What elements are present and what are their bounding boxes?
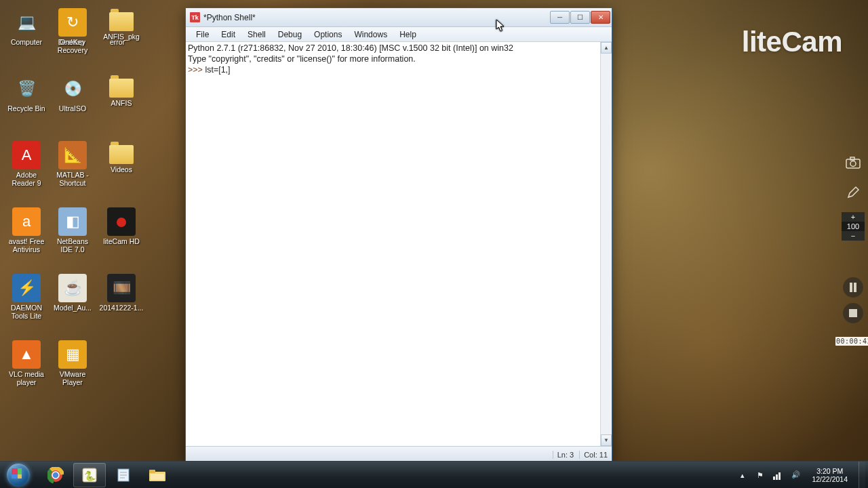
desktop-icon[interactable]: ◧NetBeans IDE 7.0 [50,205,95,271]
svg-rect-22 [778,472,781,480]
menu-windows[interactable]: Windows [348,28,393,41]
svg-text:🐍: 🐍 [84,470,96,482]
tray-chevron-icon[interactable]: ▴ [737,470,748,481]
desktop-icon[interactable]: 💿UltraISO [50,72,95,138]
icon-label: Adobe Reader 9 [4,171,49,187]
app-icon: 🎞️ [107,274,136,302]
menubar: FileEditShellDebugOptionsWindowsHelp [186,27,612,42]
desktop-icon[interactable]: 🎞️20141222-1... [99,271,144,338]
scroll-up-button[interactable]: ▲ [601,42,612,54]
desktop-icon[interactable]: ANFIS_pkg [99,5,144,72]
pause-button[interactable] [843,277,863,298]
show-desktop-button[interactable] [859,462,865,489]
icon-label: 20141222-1... [100,304,144,312]
menu-shell[interactable]: Shell [241,28,272,41]
tray-clock[interactable]: 3:20 PM 12/22/2014 [808,467,852,483]
python-shell-window: Tk *Python Shell* ─ ☐ ✕ FileEditShellDeb… [185,7,612,463]
camera-icon[interactable] [843,152,863,173]
icon-label: liteCam HD [103,237,140,245]
mouse-cursor [496,19,505,33]
svg-rect-1 [850,157,854,160]
menu-help[interactable]: Help [393,28,422,41]
svg-rect-5 [849,309,857,317]
taskbar-chrome[interactable] [39,463,72,487]
app-icon: a [12,207,41,236]
taskbar-explorer[interactable] [141,463,174,487]
desktop-icon[interactable]: liteCam HD [99,205,144,271]
svg-rect-18 [149,470,155,473]
app-icon [107,207,136,236]
icon-label: ANFIS [111,99,132,107]
zoom-value: 100 [842,222,865,231]
scroll-down-button[interactable]: ▼ [601,434,612,446]
close-button[interactable]: ✕ [591,11,610,24]
desktop-icon[interactable]: ↻OneKey Recovery [50,5,95,72]
icon-label: UltraISO [59,104,86,113]
desktop-icon[interactable]: ☕Model_Au... [50,271,95,338]
icon-label: DAEMON Tools Lite [4,304,49,320]
app-icon: 🗑️ [12,75,41,103]
taskbar-notepad[interactable] [107,463,140,487]
shell-text-area[interactable]: Python 2.7.1 (r271:86832, Nov 27 2010, 1… [186,42,600,446]
app-icon: ☕ [58,274,87,302]
zoom-in-button[interactable]: + [842,212,865,222]
app-icon: A [12,141,41,169]
svg-rect-21 [776,474,778,480]
desktop-icon[interactable]: 📐MATLAB - Shortcut [50,138,95,205]
maximize-button[interactable]: ☐ [570,11,590,24]
desktop-icon[interactable]: 🗑️Recycle Bin [4,72,49,138]
menu-debug[interactable]: Debug [272,28,308,41]
icon-label: VMware Player [50,370,95,386]
app-icon: ▦ [58,340,87,369]
system-tray: ▴ ⚑ 🔊 3:20 PM 12/22/2014 [737,462,868,488]
icon-label: Videos [111,165,132,174]
app-icon [109,12,134,31]
icon-label: VLC media player [4,370,49,386]
svg-rect-19 [151,474,164,480]
zoom-control: + 100 − [842,212,865,241]
app-icon: 📐 [58,141,87,169]
app-icon: ↻ [58,8,87,37]
desktop-icon[interactable]: aavast! Free Antivirus [4,205,49,271]
titlebar[interactable]: Tk *Python Shell* ─ ☐ ✕ [186,8,612,27]
banner-line-2: Type "copyright", "credits" or "license(… [188,54,416,64]
icon-label: MATLAB - Shortcut [50,171,95,187]
desktop-icon[interactable]: AAdobe Reader 9 [4,138,49,205]
taskbar-idle[interactable]: 🐍 [73,463,106,487]
desktop-icon[interactable]: ANFIS [99,72,144,138]
menu-file[interactable]: File [190,28,215,41]
desktop-icons-col3: ANFIS_pkgANFISVideosliteCam HD🎞️20141222… [99,5,144,453]
menu-edit[interactable]: Edit [215,28,241,41]
desktop-icon[interactable]: Videos [99,138,144,205]
app-icon: Tk [190,12,200,22]
taskbar: 🐍 ▴ ⚑ 🔊 3:20 PM 12/22/2014 [0,461,868,488]
app-icon: ⚡ [12,274,41,302]
tray-flag-icon[interactable]: ⚑ [755,470,766,481]
start-button[interactable] [0,462,37,489]
app-icon [109,79,134,98]
desktop-icon[interactable]: ▲VLC media player [4,338,49,404]
svg-rect-20 [773,476,775,480]
desktop-icon[interactable]: ▦VMware Player [50,338,95,404]
status-line: Ln: 3 [553,451,574,459]
prompt: >>> [188,65,205,75]
litecam-panel: + 100 − 00:00:42 [838,152,868,346]
icon-label: Computer [11,38,42,46]
litecam-watermark: liteCam [742,26,842,58]
app-icon: ◧ [58,207,87,236]
pencil-icon[interactable] [843,182,863,203]
tray-volume-icon[interactable]: 🔊 [790,470,801,481]
zoom-out-button[interactable]: − [842,231,865,241]
statusbar: Ln: 3 Col: 11 [186,446,612,462]
window-title: *Python Shell* [203,13,256,22]
minimize-button[interactable]: ─ [550,11,570,24]
icon-label: avast! Free Antivirus [4,237,49,253]
stop-button[interactable] [843,303,863,323]
vertical-scrollbar[interactable]: ▲ ▼ [600,42,612,446]
menu-options[interactable]: Options [308,28,348,41]
banner-line-1: Python 2.7.1 (r271:86832, Nov 27 2010, 1… [188,43,513,53]
tray-network-icon[interactable] [772,470,783,481]
desktop-icon[interactable]: 💻Computer [4,5,49,72]
app-icon: 💿 [58,75,87,103]
desktop-icon[interactable]: ⚡DAEMON Tools Lite [4,271,49,338]
